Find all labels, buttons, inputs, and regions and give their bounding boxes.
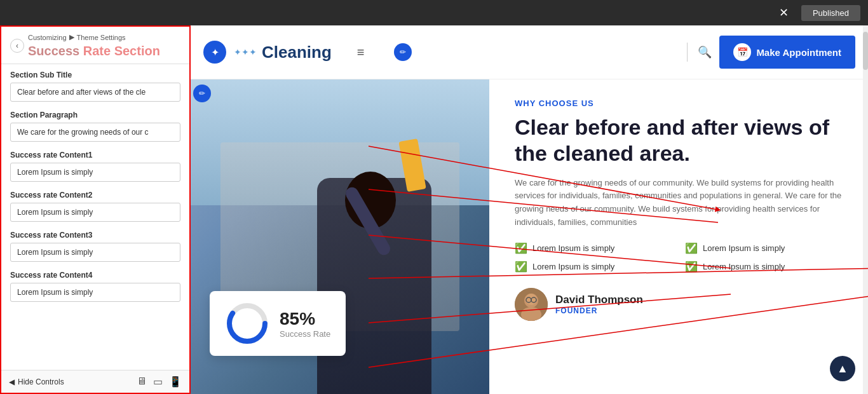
website-nav: ✏ ✦ ✦✦✦ Cleaning ≡ 🔍 📅 Make Appointment xyxy=(191,25,868,79)
field-label-content4: Success rate Content4 xyxy=(10,271,180,280)
scrollbar[interactable] xyxy=(863,25,868,394)
breadcrumb-theme: Theme Settings xyxy=(77,34,126,41)
close-icon[interactable]: ✕ xyxy=(779,6,789,20)
footer-icons: 🖥 ▭ 📱 xyxy=(137,376,182,388)
check-icon-1: ✅ xyxy=(515,242,527,254)
content-side: WHY CHOOSE US Clear before and after vie… xyxy=(489,79,868,394)
donut-chart xyxy=(225,301,269,346)
checkmark-label-2: Lorem Ipsum is simply xyxy=(703,243,785,253)
mobile-icon[interactable]: 📱 xyxy=(169,376,182,388)
logo-stars: ✦✦✦ xyxy=(234,47,257,57)
title-part2: Rate Section xyxy=(79,44,160,58)
back-button[interactable]: ‹ xyxy=(10,39,24,53)
field-group-paragraph: Section Paragraph xyxy=(10,111,180,142)
edit-pencil-nav[interactable]: ✏ xyxy=(394,43,412,61)
why-choose-us: WHY CHOOSE US xyxy=(515,98,843,108)
nav-divider xyxy=(687,43,688,62)
arrow-left-icon: ◀ xyxy=(9,377,15,386)
field-input-content3[interactable] xyxy=(10,243,180,262)
founder-avatar-svg xyxy=(515,288,548,321)
breadcrumb-customizing: Customizing xyxy=(28,34,67,41)
make-appt-label: Make Appointment xyxy=(756,47,841,58)
founder-name: David Thompson xyxy=(555,294,643,306)
top-bar: ✕ Published xyxy=(0,0,868,25)
scroll-up-button[interactable]: ▲ xyxy=(830,356,855,381)
field-input-paragraph[interactable] xyxy=(10,123,180,142)
desktop-icon[interactable]: 🖥 xyxy=(137,376,147,388)
field-label-content2: Success rate Content2 xyxy=(10,191,180,200)
published-button[interactable]: Published xyxy=(801,5,860,21)
make-appointment-button[interactable]: 📅 Make Appointment xyxy=(719,36,855,69)
hamburger-icon[interactable]: ≡ xyxy=(357,45,365,60)
check-icon-2: ✅ xyxy=(685,242,698,254)
main-layout: ‹ Customizing ▶ Theme Settings Success R… xyxy=(0,25,868,394)
field-input-content4[interactable] xyxy=(10,283,180,302)
sidebar-title: Success Rate Section xyxy=(28,44,160,58)
field-label-content3: Success rate Content3 xyxy=(10,231,180,240)
sidebar: ‹ Customizing ▶ Theme Settings Success R… xyxy=(0,25,191,394)
check-icon-3: ✅ xyxy=(515,261,527,273)
field-group-content3: Success rate Content3 xyxy=(10,231,180,262)
tablet-icon[interactable]: ▭ xyxy=(153,376,163,388)
field-label-content1: Success rate Content1 xyxy=(10,151,180,160)
success-rate-card: 85% Success Rate xyxy=(210,291,346,356)
founder-avatar xyxy=(515,288,548,321)
sidebar-header: ‹ Customizing ▶ Theme Settings Success R… xyxy=(1,27,189,64)
field-group-content1: Success rate Content1 xyxy=(10,151,180,182)
field-group-content2: Success rate Content2 xyxy=(10,191,180,222)
section-container: ✏ xyxy=(191,79,868,394)
success-label: Success Rate xyxy=(280,329,330,339)
hide-controls-button[interactable]: ◀ Hide Controls xyxy=(9,377,64,386)
field-label-subtitle: Section Sub Title xyxy=(10,71,180,79)
nav-logo: ✦ ✦✦✦ Cleaning xyxy=(203,41,332,64)
checkmark-item-4: ✅ Lorem Ipsum is simply xyxy=(685,261,843,273)
preview-area: ✏ ✦ ✦✦✦ Cleaning ≡ 🔍 📅 Make Appointment … xyxy=(191,25,868,394)
founder-info: David Thompson FOUNDER xyxy=(555,294,643,315)
checkmark-label-1: Lorem Ipsum is simply xyxy=(532,243,614,253)
calendar-icon: 📅 xyxy=(733,43,751,61)
search-icon[interactable]: 🔍 xyxy=(698,45,712,59)
checkmark-label-4: Lorem Ipsum is simply xyxy=(703,262,785,271)
sidebar-footer: ◀ Hide Controls 🖥 ▭ 📱 xyxy=(1,370,189,393)
hide-controls-label: Hide Controls xyxy=(18,377,64,386)
breadcrumb-arrow: ▶ xyxy=(69,33,74,41)
logo-circle-icon: ✦ xyxy=(203,41,226,64)
main-heading: Clear before and after views of the clea… xyxy=(515,114,843,166)
scrollbar-thumb xyxy=(863,32,868,70)
sidebar-body: Section Sub Title Section Paragraph Succ… xyxy=(1,64,189,370)
title-part1: Success xyxy=(28,44,79,58)
check-icon-4: ✅ xyxy=(685,261,698,273)
field-group-subtitle: Section Sub Title xyxy=(10,71,180,102)
founder-title: FOUNDER xyxy=(555,306,643,315)
edit-pencil-image[interactable]: ✏ xyxy=(193,85,211,102)
breadcrumb: Customizing ▶ Theme Settings xyxy=(28,33,160,41)
checkmark-item-2: ✅ Lorem Ipsum is simply xyxy=(685,242,843,254)
checkmark-label-3: Lorem Ipsum is simply xyxy=(532,262,614,271)
paragraph-text: We care for the growing needs of our com… xyxy=(515,177,843,229)
checkmarks-grid: ✅ Lorem Ipsum is simply ✅ Lorem Ipsum is… xyxy=(515,242,843,273)
checkmark-item-3: ✅ Lorem Ipsum is simply xyxy=(515,261,672,273)
image-side: ✏ xyxy=(191,79,489,394)
field-input-subtitle[interactable] xyxy=(10,83,180,102)
field-label-paragraph: Section Paragraph xyxy=(10,111,180,119)
logo-text: Cleaning xyxy=(262,43,332,62)
field-input-content1[interactable] xyxy=(10,163,180,182)
field-group-content4: Success rate Content4 xyxy=(10,271,180,302)
checkmark-item-1: ✅ Lorem Ipsum is simply xyxy=(515,242,672,254)
field-input-content2[interactable] xyxy=(10,203,180,222)
founder-row: David Thompson FOUNDER xyxy=(515,288,843,321)
success-percent: 85% xyxy=(280,309,330,329)
